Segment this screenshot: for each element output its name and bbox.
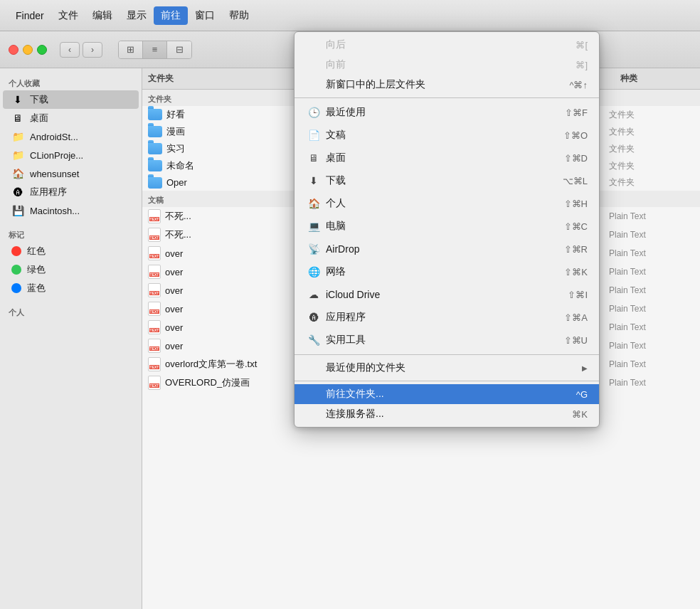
file-kind: Plain Text <box>609 359 694 369</box>
recents-icon: 🕒 <box>306 105 322 120</box>
android-icon: 📁 <box>11 130 24 143</box>
text-file-icon <box>148 320 161 334</box>
computer-menu-icon: 💻 <box>306 218 322 234</box>
file-kind: 文件夹 <box>609 143 694 155</box>
go-menu-dropdown: 向后 ⌘[ 向前 ⌘] 新窗口中的上层文件夹 ^⌘↑ 🕒 最近使用 ⇧⌘F 📄 … <box>294 31 600 428</box>
text-file-icon <box>148 339 161 353</box>
red-tag-dot <box>11 246 21 256</box>
desktop-icon: 🖥 <box>11 112 24 125</box>
sidebar-label-apps: 应用程序 <box>30 186 67 198</box>
sidebar-item-whensunset[interactable]: 🏠 whensunset <box>3 164 139 183</box>
menu-item-utilities[interactable]: 🔧 实用工具 ⇧⌘U <box>295 329 599 351</box>
sidebar-item-red-tag[interactable]: 红色 <box>3 242 139 260</box>
sidebar-item-green-tag[interactable]: 绿色 <box>3 260 139 279</box>
text-file-icon <box>148 357 161 371</box>
file-kind: Plain Text <box>609 248 694 258</box>
apps-icon: 🅐 <box>11 186 24 198</box>
menu-label-documents: 文稿 <box>326 129 549 142</box>
green-tag-dot <box>11 265 21 275</box>
file-kind: 文件夹 <box>609 126 694 138</box>
menu-separator-1 <box>295 97 599 98</box>
folder-icon <box>148 177 162 189</box>
menu-label-airdrop: AirDrop <box>326 243 550 255</box>
file-kind: Plain Text <box>609 267 694 277</box>
menubar-help[interactable]: 帮助 <box>222 6 256 25</box>
sidebar-section-personal: 个人 <box>0 303 142 319</box>
text-file-icon <box>148 302 161 316</box>
file-kind: Plain Text <box>609 304 694 314</box>
apps-menu-icon: 🅐 <box>306 309 322 325</box>
blue-tag-dot <box>11 283 21 293</box>
sidebar-label-macintosh: Macintosh... <box>30 206 80 216</box>
sidebar-label-desktop: 桌面 <box>30 112 48 125</box>
nav-buttons: ‹ › <box>60 42 102 58</box>
sidebar-item-android[interactable]: 📁 AndroidSt... <box>3 127 139 146</box>
menu-item-recent-folders[interactable]: 最近使用的文件夹 ▶ <box>295 358 599 378</box>
sidebar-item-desktop[interactable]: 🖥 桌面 <box>3 109 139 127</box>
list-view-button[interactable]: ≡ <box>143 41 167 58</box>
file-kind: 文件夹 <box>609 176 694 189</box>
menu-item-network[interactable]: 🌐 网络 ⇧⌘K <box>295 260 599 283</box>
menu-item-airdrop[interactable]: 📡 AirDrop ⇧⌘R <box>295 238 599 260</box>
menu-item-icloud[interactable]: ☁ iCloud Drive ⇧⌘I <box>295 283 599 306</box>
menubar-go[interactable]: 前往 <box>154 6 188 25</box>
menu-item-documents[interactable]: 📄 文稿 ⇧⌘O <box>295 124 599 147</box>
menu-item-recents[interactable]: 🕒 最近使用 ⇧⌘F <box>295 101 599 124</box>
sidebar: 个人收藏 ⬇ 下载 🖥 桌面 📁 AndroidSt... 📁 CLionPro… <box>0 68 142 609</box>
menu-separator-2 <box>295 354 599 355</box>
menu-item-enclosing[interactable]: 新窗口中的上层文件夹 ^⌘↑ <box>295 75 599 95</box>
menubar-finder[interactable]: Finder <box>9 7 51 24</box>
sidebar-label-blue: 蓝色 <box>27 282 46 295</box>
close-button[interactable] <box>9 45 18 55</box>
back-button[interactable]: ‹ <box>60 42 80 58</box>
menu-label-back: 向后 <box>326 38 561 51</box>
menubar-view[interactable]: 显示 <box>120 6 154 25</box>
menubar-edit[interactable]: 编辑 <box>85 6 120 25</box>
menu-shortcut-recents: ⇧⌘F <box>565 107 588 118</box>
menu-label-network: 网络 <box>326 265 550 278</box>
menu-item-connect-server[interactable]: 连接服务器... ⌘K <box>295 404 599 424</box>
menu-label-desktop: 桌面 <box>326 152 550 164</box>
home-menu-icon: 🏠 <box>306 196 322 211</box>
icloud-icon: ☁ <box>306 287 322 302</box>
menu-item-desktop[interactable]: 🖥 桌面 ⇧⌘D <box>295 147 599 169</box>
menubar-file[interactable]: 文件 <box>51 6 85 25</box>
file-kind: Plain Text <box>609 285 694 295</box>
menu-item-home[interactable]: 🏠 个人 ⇧⌘H <box>295 192 599 215</box>
menu-shortcut-connect-server: ⌘K <box>572 409 588 420</box>
menu-label-utilities: 实用工具 <box>326 334 550 346</box>
menubar-window[interactable]: 窗口 <box>188 6 222 25</box>
menu-shortcut-desktop: ⇧⌘D <box>564 153 588 164</box>
fullscreen-button[interactable] <box>37 45 47 55</box>
menu-item-computer[interactable]: 💻 电脑 ⇧⌘C <box>295 215 599 238</box>
sidebar-item-apps[interactable]: 🅐 应用程序 <box>3 183 139 201</box>
menu-item-downloads[interactable]: ⬇ 下载 ⌥⌘L <box>295 169 599 192</box>
menu-label-home: 个人 <box>326 197 550 210</box>
folder-icon <box>148 109 162 120</box>
icon-view-button[interactable]: ⊞ <box>119 41 143 58</box>
menu-shortcut-enclosing: ^⌘↑ <box>569 80 588 90</box>
file-kind: Plain Text <box>609 322 694 332</box>
sidebar-section-tags: 标记 <box>0 226 142 242</box>
text-file-icon <box>148 209 161 223</box>
sidebar-item-macintosh[interactable]: 💾 Macintosh... <box>3 201 139 220</box>
network-icon: 🌐 <box>306 264 322 280</box>
column-view-button[interactable]: ⊟ <box>167 41 191 58</box>
menu-item-goto-folder[interactable]: 前往文件夹... ^G <box>295 384 599 404</box>
text-file-icon <box>148 228 161 242</box>
sidebar-item-clion[interactable]: 📁 CLionProje... <box>3 146 139 164</box>
text-file-icon <box>148 246 161 260</box>
menu-item-back[interactable]: 向后 ⌘[ <box>295 35 599 55</box>
sidebar-item-blue-tag[interactable]: 蓝色 <box>3 279 139 297</box>
minimize-button[interactable] <box>23 45 33 55</box>
menu-item-forward[interactable]: 向前 ⌘] <box>295 55 599 75</box>
file-kind: 文件夹 <box>609 109 694 121</box>
menu-shortcut-computer: ⇧⌘C <box>564 221 588 232</box>
downloads-menu-icon: ⬇ <box>306 173 322 189</box>
sidebar-label-android: AndroidSt... <box>30 132 78 142</box>
menu-shortcut-apps: ⇧⌘A <box>564 312 588 323</box>
file-kind: Plain Text <box>609 341 694 351</box>
forward-button[interactable]: › <box>83 42 102 58</box>
menu-item-apps[interactable]: 🅐 应用程序 ⇧⌘A <box>295 306 599 329</box>
sidebar-item-downloads[interactable]: ⬇ 下载 <box>3 90 139 109</box>
